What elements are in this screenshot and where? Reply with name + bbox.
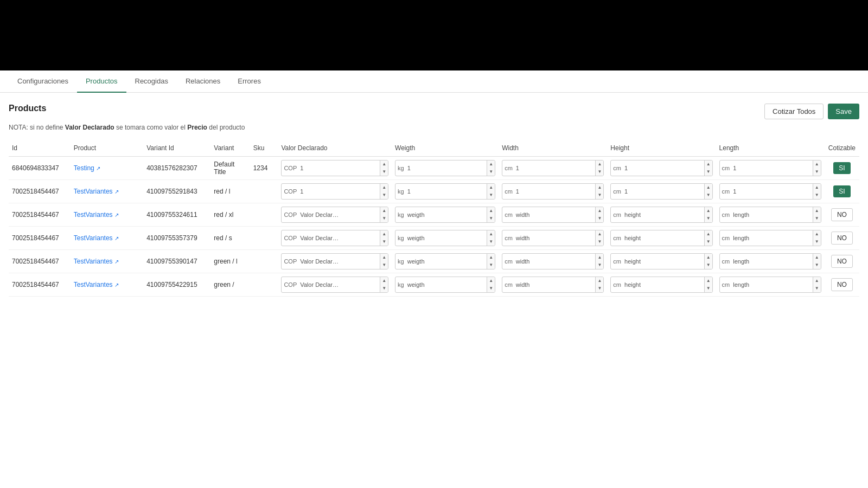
spin-down-button[interactable]: ▼ — [596, 168, 603, 176]
input-field[interactable] — [299, 235, 380, 241]
save-button[interactable]: Save — [828, 104, 859, 119]
spin-up-button[interactable]: ▲ — [813, 160, 821, 168]
spin-up-button[interactable]: ▲ — [705, 184, 712, 191]
spin-up-button[interactable]: ▲ — [705, 160, 712, 168]
spin-up-button[interactable]: ▲ — [705, 277, 712, 285]
spin-down-button[interactable]: ▼ — [705, 168, 712, 176]
input-field[interactable] — [732, 281, 813, 288]
spin-down-button[interactable]: ▼ — [705, 215, 712, 222]
input-field[interactable] — [623, 235, 704, 241]
spin-down-button[interactable]: ▼ — [487, 215, 495, 222]
spin-up-button[interactable]: ▲ — [487, 230, 495, 238]
input-field[interactable] — [299, 281, 380, 288]
spin-down-button[interactable]: ▼ — [813, 168, 821, 176]
spin-down-button[interactable]: ▼ — [813, 215, 821, 222]
spin-down-button[interactable]: ▼ — [813, 238, 821, 246]
spin-up-button[interactable]: ▲ — [487, 160, 495, 168]
input-field[interactable] — [515, 165, 596, 171]
spin-down-button[interactable]: ▼ — [487, 238, 495, 246]
cotizar-todos-button[interactable]: Cotizar Todos — [764, 104, 824, 119]
input-field[interactable] — [406, 258, 487, 265]
spin-down-button[interactable]: ▼ — [487, 168, 495, 176]
input-field[interactable] — [406, 211, 487, 218]
spin-up-button[interactable]: ▲ — [380, 207, 388, 215]
input-field[interactable] — [515, 281, 596, 288]
spin-down-button[interactable]: ▼ — [380, 261, 388, 269]
tab-recogidas[interactable]: Recogidas — [126, 70, 177, 93]
spin-down-button[interactable]: ▼ — [813, 261, 821, 269]
spin-down-button[interactable]: ▼ — [487, 191, 495, 199]
input-field[interactable] — [623, 165, 704, 171]
product-link[interactable]: TestVariantes ↗ — [74, 281, 119, 288]
input-field[interactable] — [732, 211, 813, 218]
spin-up-button[interactable]: ▲ — [813, 277, 821, 285]
input-field[interactable] — [623, 211, 704, 218]
input-field[interactable] — [299, 258, 380, 265]
spin-up-button[interactable]: ▲ — [596, 160, 603, 168]
spin-down-button[interactable]: ▼ — [705, 261, 712, 269]
input-field[interactable] — [623, 281, 704, 288]
spin-down-button[interactable]: ▼ — [813, 191, 821, 199]
spin-up-button[interactable]: ▲ — [380, 230, 388, 238]
spin-down-button[interactable]: ▼ — [380, 191, 388, 199]
tab-configuraciones[interactable]: Configuraciones — [9, 70, 77, 93]
spin-up-button[interactable]: ▲ — [596, 207, 603, 215]
spin-down-button[interactable]: ▼ — [380, 238, 388, 246]
tab-productos[interactable]: Productos — [77, 70, 126, 93]
product-link[interactable]: TestVariantes ↗ — [74, 188, 119, 195]
spin-down-button[interactable]: ▼ — [596, 261, 603, 269]
product-link[interactable]: TestVariantes ↗ — [74, 258, 119, 265]
spin-up-button[interactable]: ▲ — [596, 277, 603, 285]
input-field[interactable] — [406, 165, 487, 171]
input-field[interactable] — [515, 258, 596, 265]
spin-down-button[interactable]: ▼ — [705, 191, 712, 199]
product-link[interactable]: TestVariantes ↗ — [74, 211, 119, 219]
spin-down-button[interactable]: ▼ — [705, 285, 712, 292]
spin-down-button[interactable]: ▼ — [596, 191, 603, 199]
spin-up-button[interactable]: ▲ — [380, 184, 388, 191]
input-field[interactable] — [299, 188, 380, 195]
spin-down-button[interactable]: ▼ — [487, 285, 495, 292]
spin-down-button[interactable]: ▼ — [380, 215, 388, 222]
spin-up-button[interactable]: ▲ — [596, 230, 603, 238]
spin-up-button[interactable]: ▲ — [487, 184, 495, 191]
spin-down-button[interactable]: ▼ — [596, 238, 603, 246]
spin-up-button[interactable]: ▲ — [813, 230, 821, 238]
spin-up-button[interactable]: ▲ — [705, 230, 712, 238]
spin-up-button[interactable]: ▲ — [705, 254, 712, 261]
product-link[interactable]: Testing ↗ — [74, 164, 100, 172]
input-field[interactable] — [299, 165, 380, 171]
input-field[interactable] — [299, 211, 380, 218]
spin-up-button[interactable]: ▲ — [487, 277, 495, 285]
spin-up-button[interactable]: ▲ — [813, 254, 821, 261]
spin-down-button[interactable]: ▼ — [813, 285, 821, 292]
spin-up-button[interactable]: ▲ — [487, 207, 495, 215]
input-field[interactable] — [732, 188, 813, 195]
spin-down-button[interactable]: ▼ — [705, 238, 712, 246]
spin-up-button[interactable]: ▲ — [380, 254, 388, 261]
input-field[interactable] — [406, 235, 487, 241]
input-field[interactable] — [732, 165, 813, 171]
spin-up-button[interactable]: ▲ — [596, 254, 603, 261]
spin-down-button[interactable]: ▼ — [380, 168, 388, 176]
input-field[interactable] — [732, 258, 813, 265]
spin-down-button[interactable]: ▼ — [596, 285, 603, 292]
spin-up-button[interactable]: ▲ — [813, 184, 821, 191]
input-field[interactable] — [515, 188, 596, 195]
input-field[interactable] — [406, 188, 487, 195]
spin-down-button[interactable]: ▼ — [596, 215, 603, 222]
input-field[interactable] — [515, 211, 596, 218]
input-field[interactable] — [732, 235, 813, 241]
spin-up-button[interactable]: ▲ — [380, 277, 388, 285]
tab-relaciones[interactable]: Relaciones — [177, 70, 229, 93]
spin-up-button[interactable]: ▲ — [596, 184, 603, 191]
input-field[interactable] — [623, 188, 704, 195]
input-field[interactable] — [623, 258, 704, 265]
spin-up-button[interactable]: ▲ — [380, 160, 388, 168]
spin-down-button[interactable]: ▼ — [380, 285, 388, 292]
tab-errores[interactable]: Errores — [229, 70, 270, 93]
product-link[interactable]: TestVariantes ↗ — [74, 234, 119, 242]
spin-down-button[interactable]: ▼ — [487, 261, 495, 269]
spin-up-button[interactable]: ▲ — [705, 207, 712, 215]
spin-up-button[interactable]: ▲ — [813, 207, 821, 215]
